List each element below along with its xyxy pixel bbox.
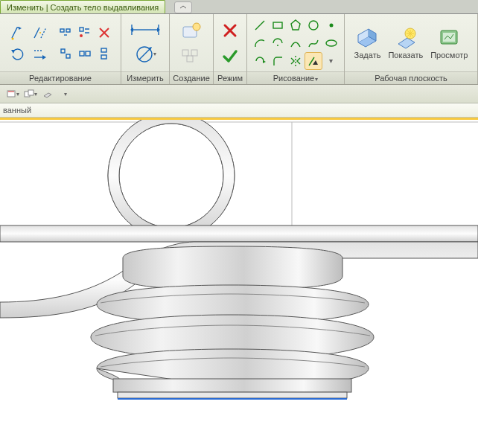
- undo-button[interactable]: [8, 44, 28, 63]
- breadcrumb-text: ванный: [3, 106, 31, 115]
- svg-point-21: [277, 45, 278, 46]
- ribbon: Редактирование ▾ Измерить Создание Режим: [0, 14, 478, 85]
- svg-point-14: [193, 23, 200, 31]
- draw-pick[interactable]: [252, 53, 268, 69]
- svg-point-22: [326, 40, 337, 46]
- draw-pick-lines[interactable]: [305, 53, 322, 69]
- qat-btn-1[interactable]: ▾: [4, 87, 21, 100]
- draw-line[interactable]: [252, 17, 268, 33]
- context-tab-label: Изменить | Создать тело выдавливания: [7, 3, 159, 12]
- dimension-button[interactable]: [127, 20, 164, 39]
- qat-btn-4[interactable]: ▾: [58, 87, 74, 100]
- small-btn-4[interactable]: [56, 44, 75, 63]
- svg-rect-35: [118, 392, 347, 398]
- draw-arc1[interactable]: [252, 35, 268, 51]
- panel-create-label: Создание: [170, 71, 213, 84]
- create-small-button[interactable]: [179, 46, 204, 65]
- cancel-button[interactable]: [219, 20, 241, 41]
- svg-point-5: [80, 34, 83, 37]
- svg-rect-17: [187, 56, 193, 62]
- model-drawing: [0, 120, 478, 448]
- finish-button[interactable]: [219, 45, 241, 66]
- workplane-set-label: Задать: [354, 51, 381, 60]
- create-big-button[interactable]: [179, 21, 204, 43]
- svg-rect-7: [66, 54, 70, 58]
- breadcrumb-bar: ванный: [0, 103, 478, 118]
- workplane-viewer-button[interactable]: Просмотр: [427, 26, 471, 60]
- panel-mode-label: Режим: [214, 71, 246, 84]
- workplane-viewer-label: Просмотр: [430, 51, 468, 60]
- svg-point-32: [119, 124, 223, 228]
- panel-workplane: Задать Показать Просмотр Рабочая плоскос…: [345, 14, 478, 84]
- svg-rect-9: [86, 51, 90, 56]
- svg-rect-28: [28, 90, 34, 95]
- svg-rect-3: [66, 29, 70, 32]
- diameter-button[interactable]: ▾: [133, 42, 157, 66]
- svg-point-20: [330, 23, 334, 27]
- draw-more[interactable]: ▾: [323, 53, 340, 69]
- panel-edit-label: Редактирование: [0, 71, 121, 84]
- small-btn-5[interactable]: [75, 44, 95, 63]
- panel-edit: Редактирование: [0, 14, 121, 84]
- quick-access-toolbar: ▾ ▾ ▾: [0, 85, 478, 103]
- svg-rect-34: [113, 379, 351, 392]
- panel-workplane-label: Рабочая плоскость: [345, 71, 477, 84]
- workplane-set-button[interactable]: Задать: [351, 26, 384, 60]
- ribbon-collapse-toggle[interactable]: [174, 1, 192, 13]
- svg-rect-8: [80, 51, 84, 56]
- draw-circle[interactable]: [305, 17, 322, 33]
- workplane-show-label: Показать: [388, 51, 423, 60]
- svg-rect-10: [101, 48, 106, 52]
- draw-spline[interactable]: [305, 35, 322, 51]
- small-btn-6[interactable]: [95, 44, 114, 63]
- draw-arc2[interactable]: [270, 35, 286, 51]
- qat-btn-3[interactable]: [40, 87, 57, 100]
- small-btn-2[interactable]: [75, 23, 95, 42]
- tab-strip: Изменить | Создать тело выдавливания: [0, 0, 478, 14]
- svg-point-0: [12, 37, 14, 39]
- workplane-show-button[interactable]: Показать: [385, 26, 426, 60]
- draw-arc3[interactable]: [287, 35, 304, 51]
- align-button[interactable]: [31, 44, 50, 63]
- panel-draw: ▾ Рисование ▾: [247, 14, 345, 84]
- panel-create: Создание: [170, 14, 214, 84]
- svg-rect-18: [273, 22, 282, 28]
- qat-btn-2[interactable]: ▾: [22, 87, 39, 100]
- svg-rect-16: [191, 50, 197, 56]
- svg-rect-33: [0, 225, 478, 242]
- svg-rect-4: [80, 28, 83, 31]
- svg-rect-2: [60, 29, 64, 32]
- panel-draw-label: Рисование ▾: [247, 71, 344, 84]
- svg-point-19: [309, 21, 318, 30]
- draw-rect[interactable]: [270, 17, 286, 33]
- panel-mode: Режим: [214, 14, 247, 84]
- small-btn-1[interactable]: [56, 23, 75, 42]
- panel-measure-label: Измерить: [121, 71, 169, 84]
- draw-fillet[interactable]: [270, 53, 286, 69]
- svg-rect-15: [182, 50, 188, 56]
- draw-ellipse[interactable]: [323, 35, 340, 51]
- draw-mirror[interactable]: [287, 53, 304, 69]
- small-btn-3[interactable]: [95, 23, 114, 42]
- svg-rect-11: [101, 55, 106, 59]
- modify-button-1[interactable]: [8, 23, 28, 42]
- context-tab[interactable]: Изменить | Создать тело выдавливания: [0, 0, 165, 13]
- draw-point[interactable]: [323, 17, 340, 33]
- modify-button-2[interactable]: [31, 23, 50, 42]
- draw-poly[interactable]: [287, 17, 304, 33]
- panel-measure: ▾ Измерить: [121, 14, 170, 84]
- model-viewport[interactable]: [0, 118, 478, 448]
- svg-point-1: [39, 32, 41, 33]
- svg-rect-6: [61, 49, 65, 53]
